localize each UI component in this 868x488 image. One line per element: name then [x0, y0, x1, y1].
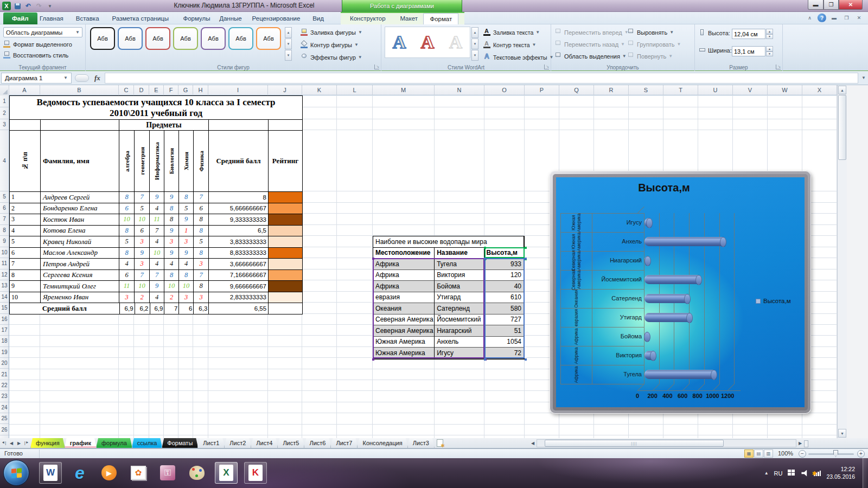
shape-fill-button[interactable]: Заливка фигуры▼ — [301, 29, 362, 36]
action-center-icon[interactable] — [788, 470, 796, 477]
excel-app-icon[interactable]: X — [2, 2, 11, 10]
zoom-slider[interactable] — [808, 453, 854, 455]
row-header-17[interactable]: 17 — [0, 325, 9, 336]
chart-bar[interactable] — [644, 218, 650, 227]
chart-bar[interactable] — [644, 370, 714, 379]
column-header-M[interactable]: M — [373, 85, 435, 95]
text-fill-button[interactable]: А Заливка текста▼ — [483, 29, 540, 36]
taskbar-icon-access[interactable]: ⚿ — [156, 462, 179, 484]
volume-icon[interactable] — [801, 470, 808, 477]
shape-style-chip-3[interactable]: Абв — [145, 27, 170, 50]
chart-bar[interactable] — [644, 351, 654, 360]
vscroll-thumb[interactable] — [838, 95, 846, 160]
column-header-G[interactable]: G — [178, 85, 193, 95]
hscroll-right-icon[interactable]: ▶ — [796, 441, 804, 446]
tab-Конструктор[interactable]: Конструктор — [344, 13, 392, 24]
minimize-button[interactable]: ▬ — [808, 0, 824, 10]
tab-Рецензирование[interactable]: Рецензирование — [246, 13, 307, 24]
restore-button[interactable]: ❐ — [824, 0, 839, 10]
row-header-24[interactable]: 24 — [0, 402, 9, 413]
row-header-26[interactable]: 26 — [0, 425, 9, 435]
wordart-style-1[interactable]: A — [385, 27, 413, 57]
save-button[interactable] — [13, 2, 22, 10]
row-header-20[interactable]: 20 — [0, 358, 9, 369]
shape-styles-dialog-launcher[interactable]: ↘ — [374, 65, 379, 69]
name-box[interactable]: Диаграмма 1▼ — [1, 73, 72, 84]
column-header-U[interactable]: U — [698, 85, 733, 95]
zoom-slider-thumb[interactable] — [833, 450, 838, 457]
sheet-tab-Лист5[interactable]: Лист5 — [277, 438, 304, 448]
tab-Формат[interactable]: Формат — [423, 13, 458, 24]
sheet-tab-Лист6[interactable]: Лист6 — [304, 438, 331, 448]
language-indicator[interactable]: RU — [774, 470, 783, 477]
column-header-I[interactable]: I — [208, 85, 268, 95]
clock[interactable]: 12:22 23.05.2016 — [826, 466, 855, 480]
start-button[interactable] — [3, 460, 29, 486]
page-layout-view-icon[interactable]: ▤ — [754, 450, 763, 458]
wordart-scroll[interactable]: ▲▼▼ — [471, 27, 478, 61]
row-header-12[interactable]: 12 — [0, 269, 9, 281]
chart-bar[interactable] — [644, 332, 648, 341]
selection-pane-button[interactable]: Область выделения▼ — [554, 53, 627, 60]
page-break-view-icon[interactable]: ▥ — [764, 450, 773, 458]
taskbar-icon-media-player[interactable]: ▶ — [98, 462, 120, 484]
row-header-11[interactable]: 11 — [0, 258, 9, 269]
first-sheet-icon[interactable]: ⯇| — [0, 438, 8, 448]
sheet-tab-Лист4[interactable]: Лист4 — [251, 438, 278, 448]
column-header-O[interactable]: O — [484, 85, 525, 95]
close-button[interactable]: ✕ — [839, 0, 863, 10]
taskbar-icon-kaspersky[interactable]: K — [244, 462, 267, 484]
sheet-tab-Лист2[interactable]: Лист2 — [224, 438, 251, 448]
row-header-16[interactable]: 16 — [0, 314, 9, 325]
reset-style-button[interactable]: Восстановить стиль — [3, 52, 68, 59]
tab-Главная[interactable]: Главная — [34, 13, 69, 24]
column-header-V[interactable]: V — [733, 85, 768, 95]
help-icon[interactable]: ? — [818, 14, 826, 22]
scroll-down-icon[interactable]: ▼ — [838, 429, 846, 438]
taskbar-icon-photo-gallery[interactable]: ✿ — [127, 462, 150, 484]
row-header-18[interactable]: 18 — [0, 336, 9, 346]
row-header-2[interactable]: 2 — [0, 107, 9, 119]
sheet-tab-Консоледация[interactable]: Консоледация — [357, 438, 407, 448]
row-header-7[interactable]: 7 — [0, 214, 9, 225]
row-header-23[interactable]: 23 — [0, 391, 9, 402]
height-field[interactable]: 12,04 см — [732, 29, 765, 39]
sheet-tab-график[interactable]: график — [65, 438, 97, 448]
column-header-W[interactable]: W — [768, 85, 802, 95]
column-header-Q[interactable]: Q — [559, 85, 594, 95]
shape-style-chip-1[interactable]: Абв — [90, 27, 115, 50]
column-header-H[interactable]: H — [193, 85, 208, 95]
column-header-S[interactable]: S — [629, 85, 663, 95]
cell-grid[interactable]: Ведомость успеваемости учащихся 10 класс… — [9, 95, 837, 438]
taskbar-icon-paint[interactable] — [186, 462, 208, 484]
zoom-out-icon[interactable]: − — [799, 450, 806, 458]
tab-Формулы[interactable]: Формулы — [177, 13, 216, 24]
sheet-tab-формула[interactable]: формула — [96, 438, 132, 448]
collapse-ribbon-icon[interactable]: ∧ — [805, 14, 814, 22]
shape-style-chip-7[interactable]: Абв — [256, 27, 281, 50]
row-header-4[interactable]: 4 — [0, 130, 9, 191]
chart-object[interactable]: Высота,м020040060080010001200Южная Амери… — [550, 171, 811, 414]
wordart-style-3[interactable]: A — [442, 27, 470, 57]
tab-Макет[interactable]: Макет — [394, 13, 424, 24]
height-spinner[interactable]: ▲▼ — [766, 29, 773, 39]
size-dialog-launcher[interactable]: ↘ — [776, 65, 781, 69]
formula-input[interactable] — [105, 73, 858, 84]
width-field[interactable]: 13,1 см — [732, 46, 765, 56]
shape-style-chip-4[interactable]: Абв — [173, 27, 198, 50]
shape-effects-button[interactable]: Эффекты фигур▼ — [301, 54, 362, 61]
row-header-25[interactable]: 25 — [0, 413, 9, 424]
column-header-T[interactable]: T — [663, 85, 698, 95]
wordart-style-2[interactable]: A — [413, 27, 442, 57]
hidden-icons-arrow[interactable]: ▲ — [764, 471, 769, 476]
taskbar-icon-internet-explorer[interactable]: e — [68, 462, 91, 484]
sheet-tab-Лист1[interactable]: Лист1 — [197, 438, 225, 448]
shape-style-chip-6[interactable]: Абв — [228, 27, 253, 50]
row-header-19[interactable]: 19 — [0, 347, 9, 358]
qat-customize-button[interactable]: ▼ — [46, 2, 54, 10]
row-header-14[interactable]: 14 — [0, 292, 9, 303]
tab-Файл[interactable]: Файл — [3, 12, 37, 24]
undo-button[interactable]: ↶ — [24, 2, 33, 10]
tab-Разметка страницы[interactable]: Разметка страницы — [106, 13, 175, 24]
redo-button[interactable]: ↷ — [35, 2, 43, 10]
